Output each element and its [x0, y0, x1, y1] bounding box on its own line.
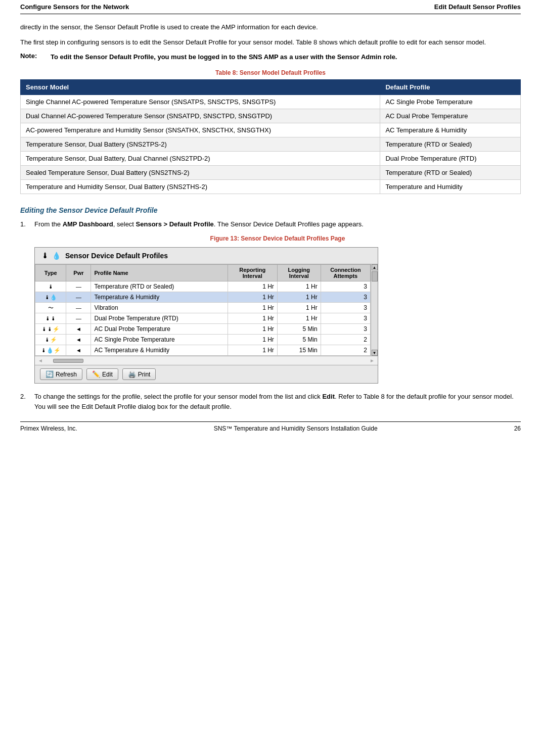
fig-reporting-cell: 1 Hr	[228, 345, 277, 356]
fig-h-scrollbar-thumb[interactable]	[53, 359, 83, 363]
table-cell: Sealed Temperature Sensor, Dual Battery …	[21, 165, 380, 179]
note-content: To edit the Sensor Default Profile, you …	[51, 52, 397, 62]
fig-table-row[interactable]: 🌡💧⚡◄AC Temperature & Humidity1 Hr15 Min2	[35, 345, 371, 356]
table-cell: Dual Probe Temperature (RTD)	[380, 151, 521, 165]
print-label: Print	[138, 371, 151, 378]
profiles-table: Type Pwr Profile Name ReportingInterval …	[35, 264, 371, 356]
figure-window-title: Sensor Device Default Profiles	[65, 252, 168, 260]
fig-profile-name-cell: Vibration	[91, 303, 228, 313]
fig-type-cell: 🌡💧⚡	[35, 345, 66, 356]
note-block: Note: To edit the Sensor Default Profile…	[20, 52, 521, 62]
fig-col-connection: ConnectionAttempts	[321, 265, 370, 281]
fig-reporting-cell: 1 Hr	[228, 303, 277, 313]
fig-table-row[interactable]: 🌡🌡—Dual Probe Temperature (RTD)1 Hr1 Hr3	[35, 313, 371, 324]
fig-pwr-cell: —	[66, 292, 91, 303]
page-header: Configure Sensors for the Network Edit D…	[20, 0, 521, 14]
refresh-button[interactable]: 🔄 Refresh	[40, 368, 82, 380]
figure-titlebar: 🌡 💧 Sensor Device Default Profiles	[35, 248, 378, 264]
fig-col-profile: Profile Name	[91, 265, 228, 281]
fig-reporting-cell: 1 Hr	[228, 281, 277, 292]
scroll-up-arrow[interactable]: ▲	[372, 264, 378, 270]
fig-table-row[interactable]: 🌡⚡◄AC Single Probe Temperature1 Hr5 Min2	[35, 335, 371, 345]
fig-conn-cell: 3	[321, 324, 370, 335]
fig-col-reporting: ReportingInterval	[228, 265, 277, 281]
table8-title: Table 8: Sensor Model Default Profiles	[20, 69, 521, 76]
fig-col-logging: LoggingInterval	[277, 265, 321, 281]
fig-pwr-cell: —	[66, 281, 91, 292]
fig-logging-cell: 1 Hr	[277, 313, 321, 324]
fig-pwr-cell: —	[66, 303, 91, 313]
table-cell: Single Channel AC-powered Temperature Se…	[21, 94, 380, 109]
fig-col-type: Type	[35, 265, 66, 281]
fig-conn-cell: 3	[321, 292, 370, 303]
fig-logging-cell: 5 Min	[277, 324, 321, 335]
body-para-1: directly in the sensor, the Sensor Defau…	[20, 22, 521, 32]
table-cell: Temperature (RTD or Sealed)	[380, 137, 521, 151]
fig-table-wrapper: Type Pwr Profile Name ReportingInterval …	[35, 264, 371, 356]
step-2-num: 2.	[20, 392, 34, 411]
print-button[interactable]: 🖨️ Print	[122, 368, 156, 380]
fig-logging-cell: 1 Hr	[277, 303, 321, 313]
step-1-after: . The Sensor Device Default Profiles pag…	[214, 220, 364, 228]
page-footer: Primex Wireless, Inc. SNS™ Temperature a…	[20, 421, 521, 435]
fig-type-cell: 🌡🌡	[35, 313, 66, 324]
figure13-title: Figure 13: Sensor Device Default Profile…	[34, 235, 521, 242]
table-cell: Temperature Sensor, Dual Battery (SNS2TP…	[21, 137, 380, 151]
footer-center: SNS™ Temperature and Humidity Sensors In…	[214, 425, 378, 432]
humidity-icon: 💧	[51, 251, 61, 261]
scroll-down-arrow[interactable]: ▼	[372, 350, 378, 356]
fig-conn-cell: 3	[321, 281, 370, 292]
figure13-box: 🌡 💧 Sensor Device Default Profiles Type …	[34, 247, 378, 384]
scroll-thumb[interactable]	[372, 271, 378, 281]
fig-conn-cell: 3	[321, 303, 370, 313]
fig-table-row[interactable]: 🌡—Temperature (RTD or Sealed)1 Hr1 Hr3	[35, 281, 371, 292]
fig-reporting-cell: 1 Hr	[228, 335, 277, 345]
refresh-label: Refresh	[56, 371, 77, 378]
fig-profile-name-cell: AC Temperature & Humidity	[91, 345, 228, 356]
note-label: Note:	[20, 52, 51, 62]
col-header-sensor-model: Sensor Model	[21, 79, 380, 94]
fig-pwr-cell: ◄	[66, 345, 91, 356]
sensor-model-table: Sensor Model Default Profile Single Chan…	[20, 79, 521, 194]
fig-horizontal-scroll-area: ◄ ►	[35, 356, 378, 365]
fig-profile-name-cell: AC Single Probe Temperature	[91, 335, 228, 345]
thermometer-icon: 🌡	[40, 251, 50, 261]
fig-profile-name-cell: Dual Probe Temperature (RTD)	[91, 313, 228, 324]
fig-type-cell: 🌡💧	[35, 292, 66, 303]
fig-table-row[interactable]: 🌡💧—Temperature & Humidity1 Hr1 Hr3	[35, 292, 371, 303]
fig-pwr-cell: ◄	[66, 324, 91, 335]
fig-logging-cell: 1 Hr	[277, 281, 321, 292]
body-para-2: The first step in configuring sensors is…	[20, 37, 521, 48]
table-cell: Dual Channel AC-powered Temperature Sens…	[21, 109, 380, 123]
fig-buttons-bar: 🔄 Refresh ✏️ Edit 🖨️ Print	[35, 365, 378, 383]
table-cell: AC Temperature & Humidity	[380, 123, 521, 137]
fig-col-pwr: Pwr	[66, 265, 91, 281]
edit-icon: ✏️	[92, 370, 100, 378]
step-2-after: . Refer to Table 8 for the default profi…	[34, 393, 514, 410]
header-right: Edit Default Sensor Profiles	[434, 3, 521, 11]
table-cell: AC Single Probe Temperature	[380, 94, 521, 109]
footer-right: 26	[514, 425, 521, 432]
fig-profile-name-cell: AC Dual Probe Temperature	[91, 324, 228, 335]
fig-type-cell: 🌡⚡	[35, 335, 66, 345]
fig-logging-cell: 5 Min	[277, 335, 321, 345]
fig-profile-name-cell: Temperature (RTD or Sealed)	[91, 281, 228, 292]
table-cell: AC Dual Probe Temperature	[380, 109, 521, 123]
fig-title-icons: 🌡 💧	[40, 251, 61, 261]
edit-button[interactable]: ✏️ Edit	[86, 368, 118, 380]
step-1-bold1: AMP Dashboard	[63, 220, 113, 228]
list-item: 1. From the AMP Dashboard, select Sensor…	[20, 219, 521, 229]
fig-reporting-cell: 1 Hr	[228, 292, 277, 303]
fig-table-row[interactable]: 🌡🌡⚡◄AC Dual Probe Temperature1 Hr5 Min3	[35, 324, 371, 335]
step-2-content: To change the settings for the profile, …	[34, 392, 521, 411]
step-1-num: 1.	[20, 219, 34, 229]
fig-table-row[interactable]: 〜—Vibration1 Hr1 Hr3	[35, 303, 371, 313]
fig-pwr-cell: ◄	[66, 335, 91, 345]
step-2-bold1: Edit	[322, 393, 335, 400]
fig-table-area: Type Pwr Profile Name ReportingInterval …	[35, 264, 378, 356]
fig-type-cell: 🌡	[35, 281, 66, 292]
print-icon: 🖨️	[128, 370, 136, 378]
fig-vertical-scrollbar[interactable]: ▲ ▼	[371, 264, 378, 356]
edit-label: Edit	[102, 371, 113, 378]
steps-list: 1. From the AMP Dashboard, select Sensor…	[20, 219, 521, 229]
